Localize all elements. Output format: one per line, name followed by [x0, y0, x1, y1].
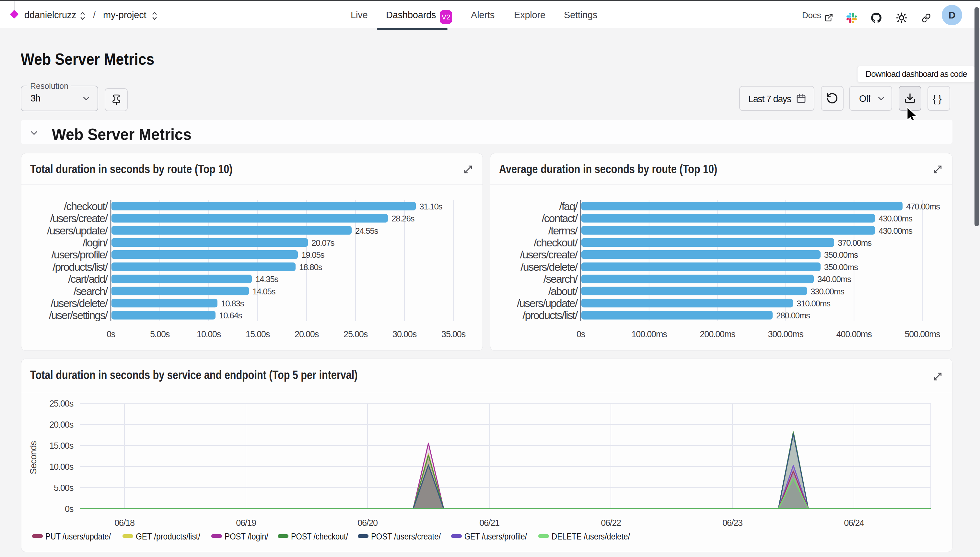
svg-text:/users/create/: /users/create/	[520, 248, 578, 261]
svg-text:5.00s: 5.00s	[150, 329, 170, 339]
svg-text:19.05s: 19.05s	[301, 250, 325, 260]
svg-text:20.00s: 20.00s	[49, 420, 73, 430]
svg-text:/search/: /search/	[73, 285, 108, 297]
svg-text:/users/update/: /users/update/	[517, 297, 578, 309]
svg-text:10.00s: 10.00s	[49, 462, 73, 472]
svg-text:06/18: 06/18	[114, 518, 135, 528]
svg-text:200.00ms: 200.00ms	[700, 329, 736, 339]
svg-text:300.00ms: 300.00ms	[768, 329, 804, 339]
svg-text:/users/profile/: /users/profile/	[51, 248, 108, 261]
svg-text:25.00s: 25.00s	[49, 399, 73, 409]
svg-text:06/23: 06/23	[722, 518, 743, 528]
svg-text:280.00ms: 280.00ms	[776, 311, 810, 320]
svg-text:30.00s: 30.00s	[392, 329, 417, 339]
svg-text:24.55s: 24.55s	[355, 226, 379, 236]
svg-text:470.00ms: 470.00ms	[906, 202, 940, 212]
svg-text:18.80s: 18.80s	[299, 262, 322, 272]
svg-text:/search/: /search/	[543, 273, 578, 285]
svg-text:POST /checkout/: POST /checkout/	[291, 532, 348, 541]
svg-text:28.26s: 28.26s	[392, 214, 415, 223]
svg-text:20.07s: 20.07s	[311, 238, 335, 248]
svg-text:06/24: 06/24	[844, 518, 864, 528]
svg-text:15.00s: 15.00s	[49, 441, 73, 451]
svg-text:06/21: 06/21	[479, 518, 499, 528]
svg-text:0s: 0s	[107, 329, 115, 339]
svg-text:POST /login/: POST /login/	[224, 532, 268, 541]
svg-text:25.00s: 25.00s	[343, 329, 368, 339]
svg-text:15.00s: 15.00s	[245, 329, 270, 339]
svg-text:5.00s: 5.00s	[54, 483, 73, 493]
svg-text:GET /products/list/: GET /products/list/	[136, 532, 200, 541]
svg-text:330.00ms: 330.00ms	[811, 287, 845, 296]
svg-text:10.64s: 10.64s	[219, 311, 242, 320]
svg-text:430.00ms: 430.00ms	[879, 214, 913, 223]
svg-text:400.00ms: 400.00ms	[837, 329, 872, 339]
svg-text:06/19: 06/19	[236, 518, 256, 528]
svg-text:430.00ms: 430.00ms	[879, 226, 913, 236]
svg-text:/users/delete/: /users/delete/	[520, 261, 578, 273]
svg-text:/login/: /login/	[83, 236, 108, 249]
svg-text:310.00ms: 310.00ms	[796, 299, 830, 308]
svg-text:PUT /users/update/: PUT /users/update/	[46, 532, 111, 541]
svg-text:/cart/add/: /cart/add/	[68, 273, 108, 285]
svg-text:/users/update/: /users/update/	[47, 224, 108, 237]
svg-text:/contact/: /contact/	[541, 212, 578, 224]
svg-text:/user/settings/: /user/settings/	[49, 309, 108, 321]
svg-text:06/20: 06/20	[358, 518, 377, 528]
svg-text:14.35s: 14.35s	[255, 274, 279, 284]
svg-text:14.05s: 14.05s	[252, 287, 276, 296]
svg-text:POST /users/create/: POST /users/create/	[371, 532, 441, 541]
svg-text:350.00ms: 350.00ms	[824, 262, 858, 272]
svg-text:20.00s: 20.00s	[294, 329, 319, 339]
svg-text:/about/: /about/	[548, 285, 578, 297]
svg-text:35.00s: 35.00s	[441, 329, 466, 339]
svg-text:/faq/: /faq/	[559, 200, 578, 212]
svg-text:/users/delete/: /users/delete/	[50, 297, 108, 309]
svg-text:/users/create/: /users/create/	[50, 212, 108, 224]
svg-text:/terms/: /terms/	[548, 224, 578, 237]
svg-text:GET /users/profile/: GET /users/profile/	[465, 532, 527, 541]
svg-text:500.00ms: 500.00ms	[905, 329, 941, 339]
svg-text:/checkout/: /checkout/	[534, 236, 578, 249]
svg-text:06/22: 06/22	[601, 518, 621, 528]
svg-text:/products/list/: /products/list/	[522, 309, 578, 321]
svg-text:0s: 0s	[577, 329, 585, 339]
svg-text:370.00ms: 370.00ms	[838, 238, 872, 248]
svg-text:100.00ms: 100.00ms	[632, 329, 667, 339]
svg-text:/products/list/: /products/list/	[52, 261, 108, 273]
svg-text:Seconds: Seconds	[28, 441, 38, 474]
svg-text:31.10s: 31.10s	[419, 202, 443, 212]
svg-text:DELETE /users/delete/: DELETE /users/delete/	[552, 532, 630, 541]
svg-text:340.00ms: 340.00ms	[817, 274, 852, 284]
svg-text:/checkout/: /checkout/	[64, 200, 108, 212]
svg-text:0s: 0s	[65, 504, 73, 514]
svg-text:10.00s: 10.00s	[197, 329, 221, 339]
svg-text:350.00ms: 350.00ms	[824, 250, 858, 260]
svg-text:10.83s: 10.83s	[221, 299, 244, 308]
